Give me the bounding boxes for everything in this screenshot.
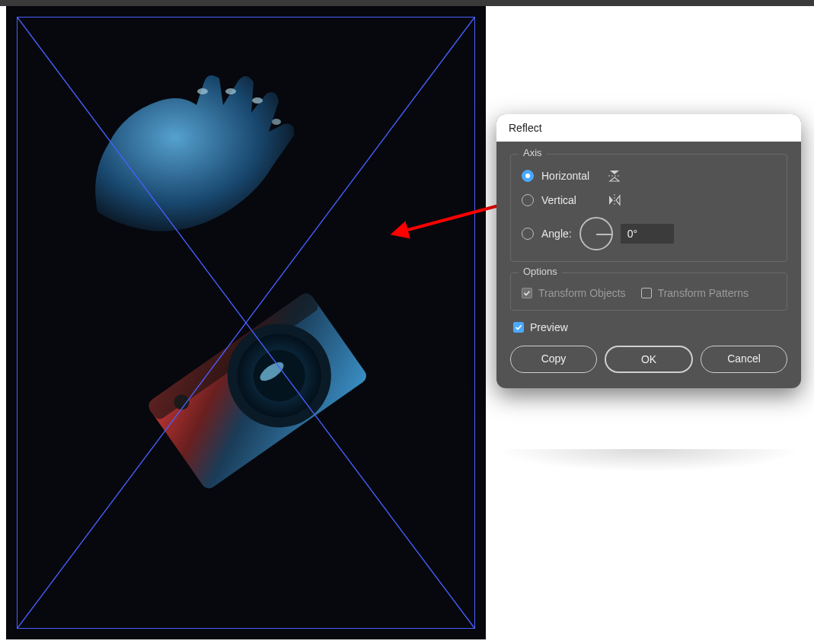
angle-dial[interactable] xyxy=(579,217,613,250)
axis-group: Axis Horizontal Vertical xyxy=(510,154,787,262)
axis-horizontal-radio[interactable] xyxy=(522,170,534,182)
angle-input[interactable] xyxy=(621,224,674,244)
axis-angle-label: Angle: xyxy=(541,228,572,240)
dialog-buttons: Copy OK Cancel xyxy=(510,346,787,373)
dialog-title: Reflect xyxy=(496,114,801,142)
dialog-shadow xyxy=(496,449,801,472)
axis-angle-radio[interactable] xyxy=(522,228,534,240)
canvas-image[interactable] xyxy=(6,6,486,639)
selection-bounding-box[interactable] xyxy=(17,17,475,629)
axis-vertical-row[interactable]: Vertical xyxy=(522,193,776,208)
axis-group-label: Axis xyxy=(519,147,547,158)
ok-button[interactable]: OK xyxy=(605,346,693,373)
transform-objects-option: Transform Objects xyxy=(522,287,626,299)
options-group: Options Transform Objects Transform Patt… xyxy=(510,273,787,311)
axis-vertical-radio[interactable] xyxy=(522,194,534,206)
reflect-dialog: Reflect Axis Horizontal Vertical xyxy=(496,114,801,388)
transform-patterns-checkbox xyxy=(641,288,652,298)
app-top-bar xyxy=(0,0,814,6)
preview-checkbox[interactable] xyxy=(513,322,524,333)
axis-vertical-label: Vertical xyxy=(541,194,599,206)
transform-patterns-label: Transform Patterns xyxy=(658,287,749,299)
transform-objects-label: Transform Objects xyxy=(538,287,626,299)
axis-horizontal-label: Horizontal xyxy=(541,170,599,182)
axis-angle-row[interactable]: Angle: xyxy=(522,217,776,250)
reflect-horizontal-icon xyxy=(607,168,622,183)
options-group-label: Options xyxy=(519,266,562,277)
preview-option[interactable]: Preview xyxy=(513,321,787,333)
preview-label: Preview xyxy=(530,321,568,333)
transform-patterns-option: Transform Patterns xyxy=(641,287,749,299)
copy-button[interactable]: Copy xyxy=(510,346,597,373)
reflect-vertical-icon xyxy=(607,193,622,208)
axis-horizontal-row[interactable]: Horizontal xyxy=(522,168,776,183)
cancel-button[interactable]: Cancel xyxy=(701,346,787,373)
transform-objects-checkbox xyxy=(522,288,532,298)
